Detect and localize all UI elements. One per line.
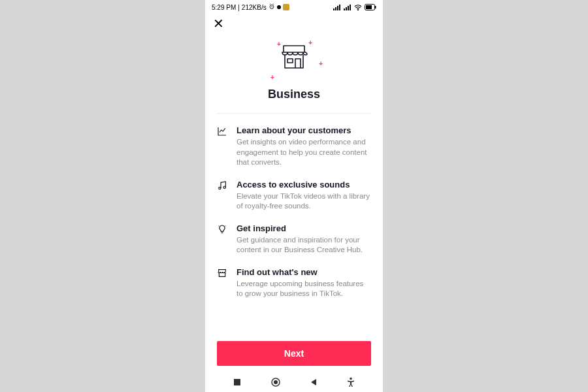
svg-rect-3 [366,5,372,9]
status-network-speed: 212KB/s [242,4,267,11]
status-time: 5:29 PM [212,4,236,11]
svg-rect-4 [375,6,376,8]
feature-title: Access to exclusive sounds [237,180,371,189]
wifi-icon [354,4,362,10]
sparkle-icon: + [277,41,281,48]
feature-item: Learn about your customers Get insights … [217,125,371,168]
feature-desc: Leverage upcoming business features to g… [237,279,371,299]
svg-rect-5 [287,59,293,63]
feature-text: Access to exclusive sounds Elevate your … [237,180,371,212]
music-note-icon [217,180,229,212]
status-left: 5:29 PM | 212KB/s [212,3,289,11]
status-app-icon [283,4,289,10]
back-icon[interactable] [310,378,318,387]
cta-wrap: Next [205,341,383,372]
feature-item: Get inspired Get guidance and inspiratio… [217,223,371,255]
svg-point-7 [223,186,225,188]
feature-item: Find out what's new Leverage upcoming bu… [217,267,371,299]
storefront-icon [217,267,229,299]
feature-text: Find out what's new Leverage upcoming bu… [237,267,371,299]
next-button[interactable]: Next [217,341,371,366]
feature-title: Find out what's new [237,267,371,277]
feature-title: Learn about your customers [237,125,371,135]
analytics-icon [217,125,229,168]
feature-text: Get inspired Get guidance and inspiratio… [237,223,371,255]
status-separator: | [238,4,240,11]
svg-point-1 [358,10,359,10]
store-illustration: + + + + [268,42,320,81]
feature-desc: Elevate your TikTok videos with a librar… [237,191,371,212]
signal-icon [333,5,341,10]
status-dot-icon [277,5,281,9]
hero-section: + + + + Business [217,33,371,114]
sparkle-icon: + [270,74,274,81]
sparkle-icon: + [319,60,323,67]
feature-desc: Get insights on video performance and en… [237,137,371,168]
svg-point-11 [350,378,352,380]
page-title: Business [217,88,371,101]
features-list: Learn about your customers Get insights … [205,114,383,341]
feature-title: Get inspired [237,223,371,233]
feature-item: Access to exclusive sounds Elevate your … [217,180,371,212]
status-bar: 5:29 PM | 212KB/s [205,0,383,14]
phone-screen: 5:29 PM | 212KB/s ✕ [205,0,383,392]
status-right [333,4,376,10]
signal-icon-2 [344,5,351,10]
svg-point-6 [219,187,221,189]
alarm-icon [269,3,275,11]
close-icon[interactable]: ✕ [213,17,224,30]
svg-point-10 [274,380,278,384]
battery-icon [365,4,376,10]
store-icon [280,42,308,69]
svg-rect-8 [234,379,240,385]
accessibility-icon[interactable] [346,377,355,387]
sparkle-icon: + [308,39,312,46]
recents-icon[interactable] [233,378,242,387]
feature-text: Learn about your customers Get insights … [237,125,371,168]
feature-desc: Get guidance and inspiration for your co… [237,235,371,255]
lightbulb-icon [217,223,229,255]
top-bar: ✕ [205,14,383,33]
system-nav-bar [205,372,383,392]
home-icon[interactable] [270,377,281,387]
